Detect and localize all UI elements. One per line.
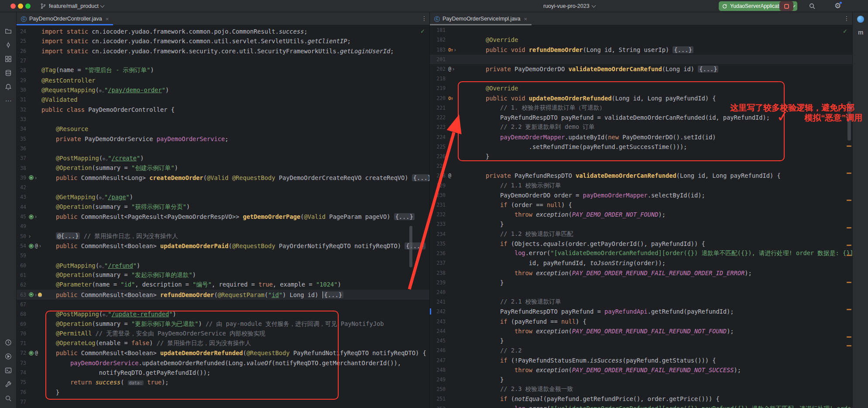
- fold-arrow-icon[interactable]: ›: [35, 175, 37, 181]
- line-number[interactable]: 75: [17, 379, 28, 385]
- code-line-238[interactable]: 238 throw exception(PAY_DEMO_ORDER_REFUN…: [430, 268, 852, 277]
- code-line-74[interactable]: 74 notifyReqDTO.getPayRefundId());: [17, 368, 429, 377]
- line-number[interactable]: 238: [430, 270, 447, 276]
- line-number[interactable]: 201: [430, 56, 447, 62]
- line-number[interactable]: 182: [430, 37, 447, 43]
- code-line-237[interactable]: 237 id, payRefundId, toJsonString(order)…: [430, 258, 852, 268]
- line-number[interactable]: 63: [17, 292, 28, 298]
- code-line-244[interactable]: 244 throw exception(PAY_DEMO_ORDER_REFUN…: [430, 326, 852, 336]
- override-gutter-icon[interactable]: O↑: [448, 96, 453, 101]
- line-number[interactable]: 76: [17, 389, 28, 395]
- line-number[interactable]: 218: [430, 76, 447, 82]
- git-branch-widget[interactable]: feature/mall_product: [37, 1, 106, 11]
- tab-paydemoordercontroller[interactable]: C PayDemoOrderController.java ×: [17, 12, 113, 25]
- line-number[interactable]: 234: [430, 231, 447, 237]
- code-line-225[interactable]: 225 .setRefundTime(payRefund.getSuccessT…: [430, 142, 852, 152]
- code-line-232[interactable]: 232 throw exception(PAY_DEMO_ORDER_NOT_F…: [430, 210, 852, 219]
- line-number[interactable]: 25: [17, 38, 28, 44]
- line-number[interactable]: 224: [430, 134, 447, 140]
- run-gutter-icon[interactable]: [29, 244, 34, 249]
- code-line-248[interactable]: 248 throw exception(PAY_DEMO_ORDER_REFUN…: [430, 365, 852, 375]
- stripe-mark[interactable]: [847, 245, 851, 246]
- minimize-window-button[interactable]: [18, 3, 23, 9]
- code-line-67[interactable]: 67: [17, 300, 429, 309]
- stripe-mark[interactable]: [847, 200, 851, 201]
- code-line-182[interactable]: 182 @Override: [430, 35, 852, 45]
- code-line-30[interactable]: 30@RequestMapping(⊕⌄"/pay/demo-order"): [17, 85, 429, 95]
- stop-button[interactable]: [779, 1, 793, 11]
- line-number[interactable]: 245: [430, 338, 447, 344]
- code-line-31[interactable]: 31@Validated: [17, 95, 429, 104]
- line-number[interactable]: 226: [430, 153, 447, 159]
- line-number[interactable]: 50: [17, 233, 28, 239]
- code-line-228[interactable]: 228@ private PayRefundRespDTO validateDe…: [430, 171, 852, 180]
- line-number[interactable]: 246: [430, 347, 447, 353]
- code-line-226[interactable]: 226 }: [430, 152, 852, 161]
- search-everywhere-icon[interactable]: [5, 394, 12, 402]
- line-number[interactable]: 233: [430, 221, 447, 227]
- code-line-59[interactable]: 59: [17, 251, 429, 260]
- line-number[interactable]: 240: [430, 289, 447, 295]
- line-number[interactable]: 231: [430, 202, 447, 208]
- scrollbar-thumb[interactable]: [409, 226, 412, 267]
- notifications-bell-icon[interactable]: [5, 83, 12, 90]
- code-line-247[interactable]: 247 if (!PayRefundStatusEnum.isSuccess(p…: [430, 355, 852, 365]
- code-line-252[interactable]: 252 log.error("[validateDemoOrderCanRefu…: [430, 404, 852, 408]
- code-line-241[interactable]: 241 // 2.1 校验退款订单: [430, 297, 852, 307]
- stripe-mark[interactable]: [847, 173, 851, 174]
- code-line-60[interactable]: 60 @PutMapping(⊕⌄"/refund"): [17, 261, 429, 270]
- line-number[interactable]: 38: [17, 165, 28, 171]
- line-number[interactable]: 59: [17, 252, 28, 259]
- line-number[interactable]: 181: [430, 27, 447, 33]
- line-number[interactable]: 36: [17, 145, 28, 152]
- scrollbar-thumb[interactable]: [847, 101, 851, 141]
- line-number[interactable]: 72: [17, 350, 28, 356]
- stripe-mark[interactable]: [847, 282, 851, 283]
- code-line-68[interactable]: 68 @PostMapping(⊕⌄"/update-refunded"): [17, 309, 429, 319]
- line-number[interactable]: 49: [17, 223, 28, 229]
- line-number[interactable]: 228: [430, 173, 447, 179]
- line-number[interactable]: 69: [17, 321, 28, 327]
- code-line-219[interactable]: 219 @Override: [430, 83, 852, 93]
- line-number[interactable]: 71: [17, 340, 28, 346]
- line-number[interactable]: 223: [430, 124, 447, 130]
- code-line-202[interactable]: 202@› private PayDemoOrderDO validateDem…: [430, 64, 852, 74]
- run-gutter-icon[interactable]: [29, 175, 34, 180]
- code-line-76[interactable]: 76 }: [17, 387, 429, 397]
- code-line-32[interactable]: 32public class PayDemoOrderController {: [17, 105, 429, 114]
- tab-options-icon[interactable]: ⋮: [844, 15, 850, 22]
- line-number[interactable]: 202: [430, 66, 447, 72]
- more-dots-icon[interactable]: ⋯: [5, 97, 12, 104]
- code-line-37[interactable]: 37 @PostMapping(⊕⌄"/create"): [17, 153, 429, 163]
- maven-icon[interactable]: m: [858, 29, 863, 36]
- line-number[interactable]: 225: [430, 144, 447, 150]
- code-line-24[interactable]: 24import static cn.iocoder.yudao.framewo…: [17, 27, 429, 36]
- code-line-250[interactable]: 250 // 2.3 校验退款金额一致: [430, 384, 852, 394]
- line-number[interactable]: 251: [430, 396, 447, 402]
- line-number[interactable]: 244: [430, 328, 447, 334]
- code-line-249[interactable]: 249 }: [430, 375, 852, 384]
- code-line-77[interactable]: 77: [17, 397, 429, 407]
- stripe-mark[interactable]: [847, 227, 851, 228]
- fold-arrow-icon[interactable]: ›: [453, 66, 454, 72]
- code-line-246[interactable]: 246 // 2.2: [430, 346, 852, 355]
- line-number[interactable]: 242: [430, 308, 447, 315]
- line-number[interactable]: 219: [430, 85, 447, 91]
- line-number[interactable]: 247: [430, 357, 447, 363]
- code-line-240[interactable]: 240: [430, 287, 852, 297]
- code-line-26[interactable]: 26import static cn.iocoder.yudao.framewo…: [17, 46, 429, 56]
- line-number[interactable]: 77: [17, 399, 28, 405]
- code-line-251[interactable]: 251 if (notEqual(payRefund.getRefundPric…: [430, 394, 852, 404]
- code-line-201[interactable]: 201: [430, 55, 852, 64]
- line-number[interactable]: 39: [17, 175, 28, 181]
- line-number[interactable]: 243: [430, 318, 447, 325]
- run-gutter-icon[interactable]: [29, 214, 34, 219]
- code-line-235[interactable]: 235 if (Objects.equals(order.getPayOrder…: [430, 239, 852, 249]
- line-number[interactable]: 37: [17, 155, 28, 161]
- fold-arrow-icon[interactable]: ›: [454, 47, 456, 53]
- line-number[interactable]: 43: [17, 194, 28, 200]
- line-number[interactable]: 232: [430, 211, 447, 218]
- code-line-231[interactable]: 231 if (order == null) {: [430, 200, 852, 210]
- code-line-69[interactable]: 69 @Operation(summary = "更新示例订单为已退款") //…: [17, 319, 429, 328]
- override-gutter-icon[interactable]: O↑: [448, 47, 453, 52]
